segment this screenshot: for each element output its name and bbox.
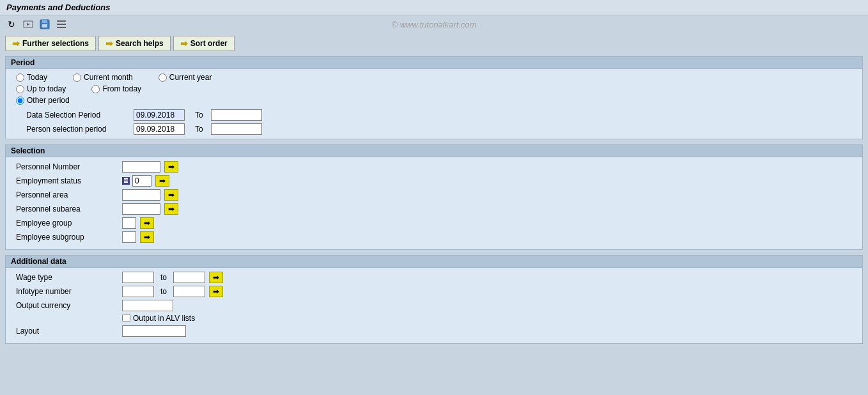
radio-other-period-input[interactable] [16, 97, 24, 105]
save-icon[interactable] [38, 18, 51, 31]
wage-type-to-label: to [160, 273, 167, 282]
period-section: Period Today Current month Current year [5, 56, 863, 139]
wage-type-label: Wage type [16, 273, 118, 282]
radio-from-today[interactable]: From today [91, 84, 141, 93]
radio-today[interactable]: Today [16, 73, 47, 82]
employee-group-input[interactable] [122, 217, 136, 229]
output-currency-label: Output currency [16, 301, 118, 310]
tab-sort-order[interactable]: ➡ Sort order [173, 36, 235, 51]
tab-sort-order-label: Sort order [190, 39, 228, 48]
employee-group-label: Employee group [16, 219, 118, 228]
infotype-number-from-input[interactable] [122, 286, 154, 297]
svg-rect-7 [57, 27, 66, 28]
radio-up-to-today[interactable]: Up to today [16, 84, 66, 93]
personnel-number-arrow-button[interactable]: ➡ [164, 161, 178, 173]
radio-current-year-input[interactable] [159, 74, 167, 82]
selection-header: Selection [6, 145, 862, 157]
additional-data-body: Wage type to ➡ Infotype number to ➡ Outp… [6, 268, 862, 343]
person-selection-label: Person selection period [26, 125, 128, 134]
data-selection-label: Data Selection Period [26, 111, 128, 120]
additional-data-header: Additional data [6, 256, 862, 268]
forward-icon[interactable] [22, 18, 35, 31]
svg-rect-4 [42, 24, 47, 27]
data-selection-to-label: To [195, 111, 203, 120]
personnel-number-label: Personnel Number [16, 162, 118, 171]
radio-up-to-today-label: Up to today [27, 84, 66, 93]
employment-status-input-group: ≣ [122, 175, 151, 187]
radio-other-period-label: Other period [27, 96, 70, 105]
personnel-area-input[interactable] [122, 189, 160, 201]
data-selection-from-input[interactable] [134, 109, 185, 121]
personnel-area-label: Personnel area [16, 190, 118, 199]
infotype-number-to-label: to [160, 287, 167, 296]
local-menu-icon[interactable] [55, 18, 68, 31]
employee-subgroup-arrow-button[interactable]: ➡ [140, 231, 154, 243]
employee-subgroup-input[interactable] [122, 231, 136, 243]
data-selection-row: Data Selection Period To [26, 109, 852, 121]
personnel-subarea-arrow-button[interactable]: ➡ [164, 203, 178, 215]
data-selection-to-input[interactable] [211, 109, 262, 121]
infotype-number-label: Infotype number [16, 287, 118, 296]
radio-today-label: Today [27, 73, 47, 82]
sort-order-arrow-icon: ➡ [180, 38, 188, 49]
selection-section: Selection Personnel Number ➡ Employment … [5, 144, 863, 250]
radio-current-year-label: Current year [169, 73, 212, 82]
radio-from-today-input[interactable] [91, 85, 100, 93]
layout-input[interactable] [122, 325, 186, 337]
wage-type-to-input[interactable] [173, 272, 205, 283]
svg-rect-6 [57, 24, 66, 25]
employment-status-label: Employment status [16, 176, 118, 185]
selection-body: Personnel Number ➡ Employment status ≣ ➡… [6, 157, 862, 249]
output-alv-row: Output in ALV lists [16, 314, 852, 323]
output-alv-checkbox[interactable] [122, 314, 130, 322]
employment-status-input[interactable] [132, 175, 151, 187]
watermark: © www.tutorialkart.com [391, 20, 476, 29]
person-selection-from-input[interactable] [134, 123, 185, 135]
wage-type-from-input[interactable] [122, 272, 154, 283]
infotype-number-arrow-button[interactable]: ➡ [209, 286, 223, 297]
page-title: Payments and Deductions [6, 3, 111, 12]
output-alv-label[interactable]: Output in ALV lists [122, 314, 195, 323]
personnel-area-arrow-button[interactable]: ➡ [164, 189, 178, 201]
output-currency-input[interactable] [122, 300, 173, 311]
radio-up-to-today-input[interactable] [16, 85, 24, 93]
personnel-subarea-label: Personnel subarea [16, 205, 118, 213]
svg-rect-5 [57, 20, 66, 22]
title-bar: Payments and Deductions [0, 0, 868, 15]
personnel-number-input[interactable] [122, 161, 160, 173]
radio-current-month[interactable]: Current month [73, 73, 133, 82]
further-selections-arrow-icon: ➡ [12, 38, 20, 49]
person-selection-to-label: To [195, 125, 203, 134]
employment-status-arrow-button[interactable]: ➡ [155, 175, 169, 187]
radio-current-year[interactable]: Current year [159, 73, 212, 82]
radio-current-month-input[interactable] [73, 74, 81, 82]
wage-type-arrow-button[interactable]: ➡ [209, 272, 223, 283]
infotype-number-row: Infotype number to ➡ [16, 286, 852, 297]
infotype-number-to-input[interactable] [173, 286, 205, 297]
svg-marker-1 [27, 23, 30, 26]
person-selection-to-input[interactable] [211, 123, 262, 135]
employee-subgroup-label: Employee subgroup [16, 233, 118, 242]
radio-other-period[interactable]: Other period [16, 96, 70, 105]
back-icon[interactable]: ↻ [5, 18, 18, 31]
tab-further-selections[interactable]: ➡ Further selections [5, 36, 96, 51]
tab-further-selections-label: Further selections [22, 39, 89, 48]
tab-bar: ➡ Further selections ➡ Search helps ➡ So… [0, 33, 868, 54]
layout-label: Layout [16, 327, 118, 336]
radio-current-month-label: Current month [84, 73, 133, 82]
period-body: Today Current month Current year Up to t… [6, 69, 862, 139]
tab-search-helps-label: Search helps [116, 39, 164, 48]
employment-status-row: Employment status ≣ ➡ [16, 175, 852, 187]
tab-search-helps[interactable]: ➡ Search helps [98, 36, 171, 51]
main-content: Period Today Current month Current year [0, 54, 868, 352]
svg-rect-3 [42, 20, 47, 23]
wage-type-row: Wage type to ➡ [16, 272, 852, 283]
layout-row: Layout [16, 325, 852, 337]
output-alv-text: Output in ALV lists [133, 314, 195, 323]
personnel-subarea-input[interactable] [122, 203, 160, 215]
radio-today-input[interactable] [16, 74, 24, 82]
radio-from-today-label: From today [102, 84, 141, 93]
employment-status-icon: ≣ [122, 177, 130, 185]
employee-group-arrow-button[interactable]: ➡ [140, 217, 154, 229]
period-header: Period [6, 57, 862, 69]
